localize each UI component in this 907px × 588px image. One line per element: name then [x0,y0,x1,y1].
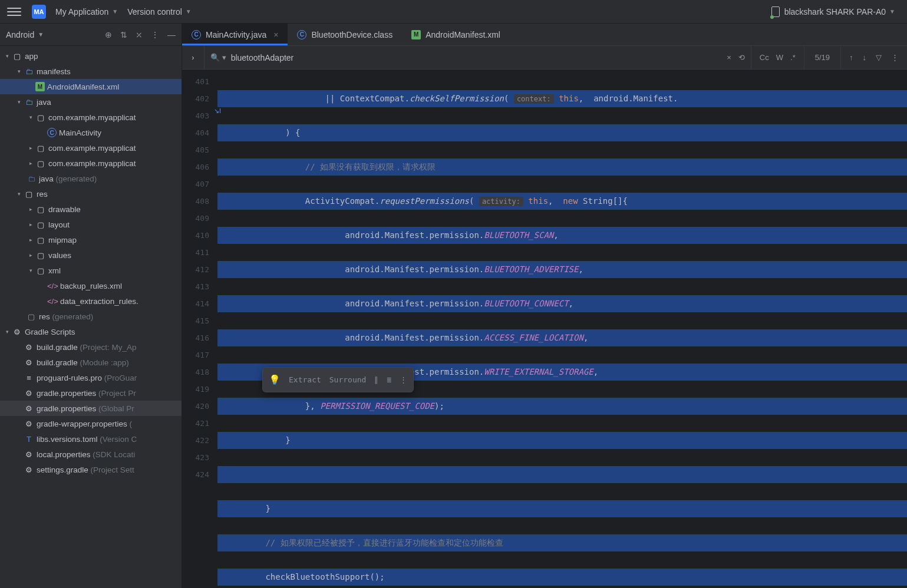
chevron-down-icon: ▼ [38,31,44,38]
chevron-down-icon: ▼ [112,8,118,15]
view-selector[interactable]: Android ▼ [6,30,44,39]
prev-match-icon[interactable]: ↑ [849,53,853,62]
editor-area: C MainActivity.java × C BluetoothDevice.… [182,24,907,588]
tab-label: MainActivity.java [206,30,266,39]
tree-node-mipmap[interactable]: ▸▢mipmap [0,232,182,247]
tree-node-gradleprops1[interactable]: ⚙gradle.properties (Project Pr [0,385,182,401]
tree-node-res[interactable]: ▾▢res [0,186,182,201]
class-icon: C [297,30,306,39]
tree-node-manifests[interactable]: ▾🗀manifests [0,64,182,79]
expand-icon[interactable]: ⇅ [120,30,127,39]
tree-node-drawable[interactable]: ▸▢drawable [0,201,182,217]
tree-node-buildgradle1[interactable]: ⚙build.gradle (Project: My_Ap [0,339,182,355]
tree-node-proguard[interactable]: ≡proguard-rules.pro (ProGuar [0,370,182,385]
vcs-label: Version control [127,7,182,16]
tab-manifest[interactable]: M AndroidManifest.xml [402,24,510,45]
close-icon[interactable]: × [273,30,278,39]
manifest-icon: M [411,30,421,39]
match-case-toggle[interactable]: Cc [760,53,769,62]
tree-node-xml[interactable]: ▾▢xml [0,263,182,278]
minimize-icon[interactable]: — [167,30,176,39]
tree-node-gradleprops2[interactable]: ⚙gradle.properties (Global Pr [0,401,182,416]
find-expand-arrow[interactable]: › [182,46,205,69]
find-input[interactable] [226,53,727,62]
regex-toggle[interactable]: .* [790,53,796,62]
tree-node-libs[interactable]: Tlibs.versions.toml (Version C [0,431,182,447]
tree-node-buildgradle2[interactable]: ⚙build.gradle (Module :app) [0,355,182,370]
project-tree: ▾▢app ▾🗀manifests MAndroidManifest.xml ▾… [0,46,182,588]
chevron-down-icon: ▼ [186,8,192,15]
more-icon[interactable]: ⋮ [891,53,899,62]
chevron-down-icon: ▼ [889,8,895,15]
whole-word-toggle[interactable]: W [776,53,783,62]
device-label: blackshark SHARK PAR-A0 [784,7,886,16]
tree-node-gradlescripts[interactable]: ▾⚙Gradle Scripts [0,324,182,339]
project-dropdown[interactable]: My Application ▼ [51,5,123,19]
find-count: 5/19 [804,46,841,69]
class-icon: C [192,30,201,39]
locate-icon[interactable]: ⊕ [105,30,112,39]
filter-icon[interactable]: ▽ [876,53,882,62]
tree-node-dataextraction[interactable]: </>data_extraction_rules. [0,293,182,309]
sidebar-header: Android ▼ ⊕ ⇅ ⤫ ⋮ — [0,24,182,46]
history-icon[interactable]: ⟲ [738,53,745,62]
tab-mainactivity[interactable]: C MainActivity.java × [182,24,288,45]
bulb-icon[interactable]: 💡 [269,371,281,388]
reformat-action[interactable]: ≣ [387,371,391,388]
app-icon: MA [32,5,46,19]
next-match-icon[interactable]: ↓ [863,53,867,62]
vcs-dropdown[interactable]: Version control ▼ [123,5,196,19]
tree-node-mainactivity[interactable]: CMainActivity [0,125,182,140]
tree-node-pkg3[interactable]: ▸▢com.example.myapplicat [0,156,182,171]
code-area[interactable]: || ContextCompat.checkSelfPermission( co… [217,70,907,588]
tree-node-layout[interactable]: ▸▢layout [0,217,182,232]
collapse-icon[interactable]: ⤫ [136,30,143,39]
tree-node-java[interactable]: ▾🗀java [0,94,182,110]
gutter: 4014024034044054064074084094104114124134… [182,70,217,588]
comment-action[interactable]: ∥ [374,371,378,388]
editor-tabs: C MainActivity.java × C BluetoothDevice.… [182,24,907,46]
titlebar: MA My Application ▼ Version control ▼ bl… [0,0,907,24]
editor-body[interactable]: 4014024034044054064074084094104114124134… [182,70,907,588]
surround-action[interactable]: Surround [329,371,367,388]
tree-node-pkg1[interactable]: ▾▢com.example.myapplicat [0,110,182,125]
find-options: Cc W .* [751,46,804,69]
tab-label: BluetoothDevice.class [311,30,393,39]
tab-bluetoothdevice[interactable]: C BluetoothDevice.class [288,24,402,45]
project-sidebar: Android ▼ ⊕ ⇅ ⤫ ⋮ — ▾▢app ▾🗀manifests MA… [0,24,182,588]
tree-node-backuprules[interactable]: </>backup_rules.xml [0,278,182,293]
more-icon[interactable]: ⋮ [400,371,407,388]
main-menu-icon[interactable] [7,5,21,19]
device-selector[interactable]: blackshark SHARK PAR-A0 ▼ [767,4,900,19]
device-icon [771,6,780,17]
tree-node-localprops[interactable]: ⚙local.properties (SDK Locati [0,447,182,462]
tree-node-javagen[interactable]: 🗀java (generated) [0,171,182,186]
tree-node-resgen[interactable]: ▢res (generated) [0,309,182,324]
clear-icon[interactable]: × [727,53,731,62]
view-label: Android [6,30,34,39]
extract-action[interactable]: Extract [289,371,321,388]
tree-node-pkg2[interactable]: ▸▢com.example.myapplicat [0,140,182,156]
intention-popup: 💡 Extract Surround ∥ ≣ ⋮ [262,367,414,392]
tree-node-settings[interactable]: ⚙settings.gradle (Project Sett [0,462,182,477]
search-icon: 🔍 ▾ [210,53,226,62]
project-name-label: My Application [55,7,108,16]
tab-label: AndroidManifest.xml [426,30,500,39]
tree-node-manifest-file[interactable]: MAndroidManifest.xml [0,79,182,94]
tree-node-app[interactable]: ▾▢app [0,48,182,64]
tree-node-wrapper[interactable]: ⚙gradle-wrapper.properties ( [0,416,182,431]
tree-node-values[interactable]: ▸▢values [0,247,182,263]
more-icon[interactable]: ⋮ [151,30,159,39]
find-bar: › 🔍 ▾ × ⟲ Cc W .* 5/19 ↑ ↓ ▽ ⋮ [182,46,907,70]
